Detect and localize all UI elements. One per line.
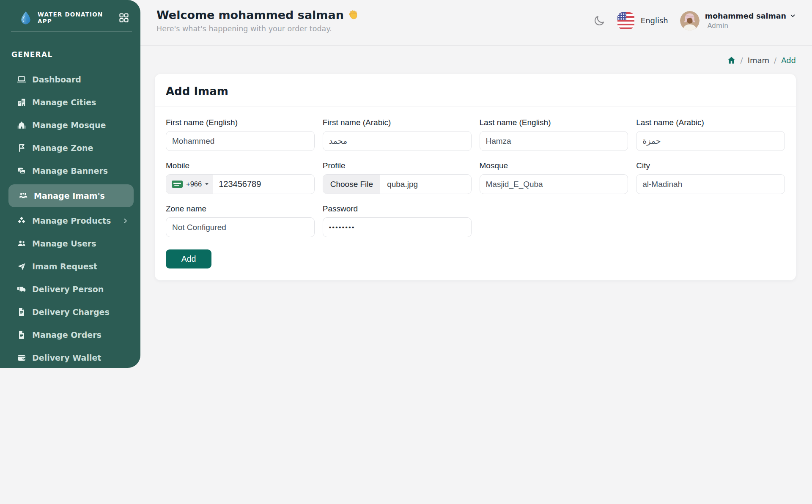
dial-code: +966 — [186, 180, 202, 188]
dial-caret-icon — [205, 183, 208, 185]
sidebar-section-label: GENERAL — [0, 32, 140, 59]
field-first-name-arabic: First name (Arabic) — [323, 118, 472, 151]
mobile-label: Mobile — [166, 161, 315, 170]
first-name-english-input[interactable] — [166, 131, 315, 151]
sidebar-item-imam-request[interactable]: Imam Request — [7, 255, 134, 278]
breadcrumb-separator: / — [774, 56, 776, 65]
sidebar-item-label: Manage Orders — [32, 330, 102, 340]
users-icon — [17, 239, 26, 248]
language-selector[interactable]: English — [617, 12, 668, 29]
profile-text: mohammed salman Admin — [705, 12, 796, 30]
card-title: Add Imam — [166, 85, 785, 98]
sidebar-item-label: Delivery Wallet — [32, 353, 101, 362]
profile-menu[interactable]: mohammed salman Admin — [680, 11, 796, 30]
language-label: English — [641, 16, 668, 25]
profile-role: Admin — [708, 22, 796, 30]
sidebar-item-manage-imams[interactable]: Manage Imam's — [8, 184, 134, 207]
sidebar-item-label: Delivery Person — [32, 285, 104, 294]
zone-name-label: Zone name — [166, 204, 315, 214]
paper-plane-icon — [17, 262, 26, 271]
sidebar-item-delivery-charges[interactable]: Delivery Charges — [7, 301, 134, 323]
chevron-down-icon — [790, 13, 796, 19]
breadcrumb-imam[interactable]: Imam — [748, 56, 769, 65]
sidebar-item-manage-mosque[interactable]: Manage Mosque — [7, 114, 134, 137]
saudi-flag-icon — [172, 181, 183, 188]
password-label: Password — [323, 204, 472, 214]
sidebar-menu: Dashboard Manage Cities Manage Mosque Ma… — [0, 59, 140, 368]
chevron-right-icon — [122, 218, 129, 224]
add-button[interactable]: Add — [166, 249, 211, 268]
sidebar-item-label: Manage Products — [32, 216, 111, 225]
first-name-arabic-input[interactable] — [323, 131, 472, 151]
last-name-arabic-input[interactable] — [636, 131, 785, 151]
dark-mode-moon-icon[interactable] — [593, 14, 606, 27]
sidebar-item-label: Imam Request — [32, 262, 97, 271]
zone-icon — [17, 143, 26, 153]
main-content: Welcome mohammed salman Here's what's ha… — [140, 0, 812, 504]
home-icon[interactable] — [727, 56, 736, 65]
zone-name-input[interactable] — [166, 217, 315, 237]
choose-file-button[interactable]: Choose File — [323, 175, 380, 194]
sidebar-item-delivery-person[interactable]: Delivery Person — [7, 278, 134, 301]
us-flag-icon — [617, 12, 634, 29]
laptop-icon — [17, 75, 26, 84]
topbar: Welcome mohammed salman Here's what's ha… — [140, 0, 812, 46]
sidebar-item-manage-zone[interactable]: Manage Zone — [7, 137, 134, 159]
field-mobile: Mobile +966 123456789 — [166, 161, 315, 194]
profile-name-row: mohammed salman — [705, 12, 796, 20]
water-drop-icon — [19, 11, 33, 25]
first-name-english-label: First name (English) — [166, 118, 315, 127]
add-imam-form: First name (English) First name (Arabic)… — [155, 107, 796, 280]
app-logo[interactable]: WATER DONATION APP — [0, 0, 140, 31]
chosen-file-name: quba.jpg — [380, 180, 425, 189]
banner-icon — [17, 166, 26, 175]
sidebar-item-delivery-wallet[interactable]: Delivery Wallet — [7, 346, 134, 368]
sidebar-item-label: Delivery Charges — [32, 307, 110, 317]
field-city: City — [636, 161, 785, 194]
field-profile: Profile Choose File quba.jpg — [323, 161, 472, 194]
sidebar-item-label: Manage Zone — [32, 143, 93, 153]
field-last-name-arabic: Last name (Arabic) — [636, 118, 785, 151]
profile-label: Profile — [323, 161, 472, 170]
mobile-input-group: +966 123456789 — [166, 174, 315, 194]
charges-icon — [17, 307, 26, 317]
sidebar-item-label: Manage Imam's — [34, 191, 105, 200]
mobile-number-input[interactable]: 123456789 — [213, 179, 266, 189]
last-name-english-input[interactable] — [480, 131, 628, 151]
password-input[interactable] — [323, 217, 472, 237]
breadcrumb-separator: / — [741, 56, 743, 65]
city-icon — [17, 98, 26, 107]
form-actions: Add — [166, 247, 785, 268]
field-last-name-english: Last name (English) — [480, 118, 628, 151]
sidebar-item-dashboard[interactable]: Dashboard — [7, 68, 134, 91]
products-icon — [17, 216, 26, 225]
field-zone-name: Zone name — [166, 204, 315, 237]
profile-name: mohammed salman — [705, 12, 786, 20]
sidebar-item-manage-orders[interactable]: Manage Orders — [7, 323, 134, 346]
wallet-icon — [17, 353, 26, 362]
sidebar-item-label: Dashboard — [32, 75, 81, 84]
imams-icon — [19, 191, 28, 200]
sidebar-item-manage-users[interactable]: Manage Users — [7, 232, 134, 255]
dial-code-selector[interactable]: +966 — [166, 175, 213, 194]
apps-grid-icon[interactable] — [118, 12, 129, 23]
mosque-input[interactable] — [480, 174, 628, 194]
profile-file-input[interactable]: Choose File quba.jpg — [323, 174, 472, 194]
breadcrumb-add[interactable]: Add — [781, 56, 796, 65]
sidebar: WATER DONATION APP GENERAL Dashboard Man… — [0, 0, 140, 368]
city-input[interactable] — [636, 174, 785, 194]
welcome-title: Welcome mohammed salman — [156, 8, 359, 22]
app-title: WATER DONATION APP — [38, 11, 118, 25]
sidebar-item-label: Manage Mosque — [32, 121, 106, 130]
us-flag-canton — [617, 12, 626, 20]
mosque-label: Mosque — [480, 161, 628, 170]
sidebar-item-manage-products[interactable]: Manage Products — [7, 209, 134, 232]
orders-icon — [17, 330, 26, 340]
topbar-actions: English — [593, 11, 796, 30]
last-name-arabic-label: Last name (Arabic) — [636, 118, 785, 127]
city-label: City — [636, 161, 785, 170]
sidebar-item-label: Manage Cities — [32, 98, 96, 107]
sidebar-item-manage-cities[interactable]: Manage Cities — [7, 91, 134, 114]
sidebar-item-manage-banners[interactable]: Manage Banners — [7, 159, 134, 182]
welcome-user-name: mohammed salman — [218, 8, 344, 22]
